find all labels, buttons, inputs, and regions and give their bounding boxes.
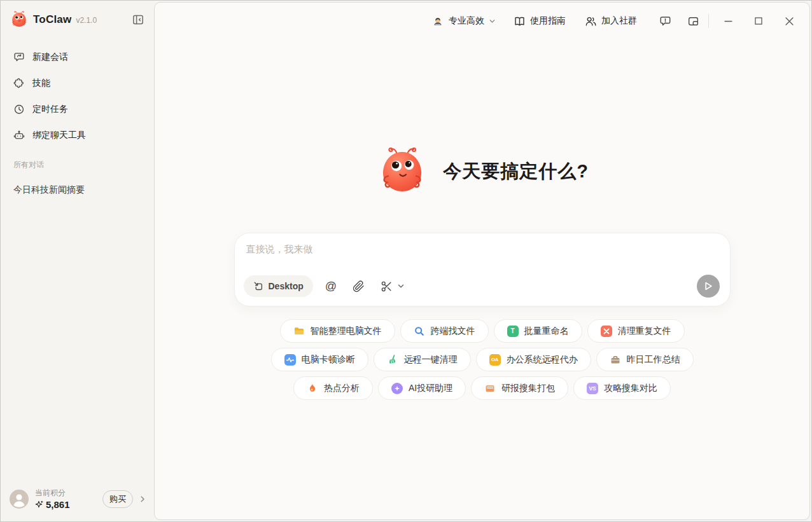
send-button[interactable] — [697, 275, 720, 298]
hero-title: 今天要搞定什么? — [443, 159, 589, 184]
collapse-sidebar-icon[interactable] — [130, 11, 146, 28]
chip-label: 清理重复文件 — [618, 326, 671, 337]
conversation-item[interactable]: 今日科技新闻摘要 — [6, 179, 149, 202]
chevron-down-icon[interactable] — [397, 282, 405, 290]
chip-row-1: 智能整理电脑文件 跨端找文件 T 批量重命名 — [280, 319, 685, 343]
report-folder-icon — [484, 383, 496, 394]
join-community-link[interactable]: 加入社群 — [585, 15, 637, 27]
app-title: ToClaw — [33, 13, 71, 26]
app-logo-mascot-icon — [10, 10, 29, 29]
technologist-avatar-icon — [431, 15, 444, 27]
user-avatar[interactable] — [10, 490, 29, 509]
points-label: 当前积分 — [35, 488, 70, 498]
topbar: 专业高效 使用指南 — [155, 3, 809, 39]
chip-label: AI投研助理 — [409, 383, 452, 394]
user-guide-link[interactable]: 使用指南 — [514, 15, 566, 27]
sidebar-item-label: 技能 — [32, 78, 50, 89]
chip-label: 昨日工作总结 — [627, 354, 680, 366]
points-value: 5,861 — [46, 499, 70, 510]
hero: 今天要搞定什么? — [155, 145, 809, 198]
chip-row-3: 热点分析 AI投研助理 研报搜集打包 — [293, 376, 671, 400]
app-window: ToClaw v2.1.0 新建会话 — [0, 0, 812, 522]
chip-label: 跨端找文件 — [431, 326, 475, 337]
sidebar: ToClaw v2.1.0 新建会话 — [1, 1, 154, 521]
chip-label: 批量重命名 — [524, 326, 569, 337]
sidebar-item-scheduled-tasks[interactable]: 定时任务 — [6, 96, 149, 122]
minimize-button[interactable] — [713, 8, 743, 34]
briefcase-icon — [610, 354, 621, 366]
buy-button[interactable]: 购买 — [102, 490, 133, 508]
mode-switcher[interactable]: 专业高效 — [431, 15, 496, 27]
chip-label: 热点分析 — [324, 383, 360, 394]
chip-label: 办公系统远程代办 — [507, 354, 578, 366]
sidebar-footer: 当前积分 5,861 购买 — [10, 488, 146, 510]
mode-label: 专业高效 — [449, 15, 484, 27]
app-version: v2.1.0 — [76, 16, 97, 25]
sparkle-points-icon — [35, 500, 43, 509]
chip-oa-remote-tasks[interactable]: OA 办公系统远程代办 — [476, 348, 591, 371]
chip-lag-diagnosis[interactable]: 电脑卡顿诊断 — [271, 348, 368, 371]
mention-icon[interactable]: @ — [325, 280, 337, 293]
search-icon — [414, 326, 425, 337]
sidebar-item-label: 绑定聊天工具 — [32, 130, 86, 141]
chip-clean-duplicates[interactable]: 清理重复文件 — [587, 319, 685, 343]
main-panel: 专业高效 使用指南 — [154, 2, 810, 520]
scissors-icon[interactable] — [381, 280, 393, 292]
chip-row-2: 电脑卡顿诊断 远程一键清理 OA 办公系统远程代办 — [271, 348, 694, 371]
chip-yesterday-summary[interactable]: 昨日工作总结 — [596, 348, 694, 371]
sidebar-item-label: 新建会话 — [32, 52, 68, 63]
diagnosis-pulse-icon — [284, 354, 296, 366]
clock-icon — [13, 104, 25, 115]
join-community-label: 加入社群 — [601, 15, 637, 27]
chip-label: 智能整理电脑文件 — [311, 326, 382, 337]
chip-organize-files[interactable]: 智能整理电脑文件 — [280, 319, 395, 343]
sidebar-item-new-chat[interactable]: 新建会话 — [6, 44, 149, 70]
sidebar-item-label: 定时任务 — [32, 104, 68, 115]
broom-icon — [387, 354, 398, 366]
maximize-button[interactable] — [743, 8, 774, 34]
desktop-button-label: Desktop — [269, 281, 304, 291]
robot-icon — [13, 130, 25, 141]
crab-mascot — [375, 145, 429, 198]
oa-badge-icon: OA — [489, 354, 501, 366]
desktop-mode-button[interactable]: Desktop — [244, 275, 313, 297]
chip-ai-research-assistant[interactable]: AI投研助理 — [378, 376, 466, 400]
skills-puzzle-icon — [13, 78, 25, 89]
chip-guide-compare[interactable]: VS 攻略搜集对比 — [573, 376, 671, 400]
chip-label: 远程一键清理 — [404, 354, 458, 366]
conversations-section-label: 所有对话 — [13, 160, 44, 170]
new-chat-icon — [13, 52, 25, 63]
sidebar-item-skills[interactable]: 技能 — [6, 70, 149, 96]
rename-badge-icon: T — [507, 326, 519, 337]
sidebar-nav: 新建会话 技能 定时任务 — [6, 44, 149, 148]
book-icon — [514, 15, 526, 27]
clean-duplicates-icon — [601, 326, 612, 337]
mini-window-icon[interactable] — [684, 12, 702, 30]
suggestion-chips: 智能整理电脑文件 跨端找文件 T 批量重命名 — [155, 319, 809, 400]
chip-batch-rename[interactable]: T 批量重命名 — [494, 319, 582, 343]
expand-account-chevron-icon[interactable] — [139, 495, 146, 503]
sidebar-item-bind-chat-tool[interactable]: 绑定聊天工具 — [6, 122, 149, 148]
user-guide-label: 使用指南 — [530, 15, 566, 27]
composer-card: Desktop @ — [234, 233, 731, 306]
composer-input[interactable] — [246, 244, 717, 273]
chevron-down-icon — [489, 18, 496, 25]
chip-hotspot-analysis[interactable]: 热点分析 — [293, 376, 373, 400]
people-icon — [585, 15, 597, 27]
conversation-list: 今日科技新闻摘要 — [6, 179, 149, 202]
send-icon — [703, 280, 714, 292]
topbar-divider — [708, 14, 709, 28]
desktop-switch-icon — [253, 281, 263, 291]
chip-report-pack[interactable]: 研报搜集打包 — [471, 376, 568, 400]
vs-badge-icon: VS — [587, 383, 598, 394]
folder-icon — [293, 326, 305, 337]
close-button[interactable] — [774, 8, 804, 34]
composer-controls: Desktop @ — [244, 275, 720, 298]
chip-remote-clean[interactable]: 远程一键清理 — [374, 348, 471, 371]
chip-label: 电脑卡顿诊断 — [302, 354, 355, 366]
attachment-icon[interactable] — [353, 280, 365, 292]
feedback-icon[interactable] — [656, 12, 674, 30]
chip-find-files[interactable]: 跨端找文件 — [400, 319, 489, 343]
ai-star-icon — [391, 383, 403, 394]
chip-label: 攻略搜集对比 — [604, 383, 657, 394]
